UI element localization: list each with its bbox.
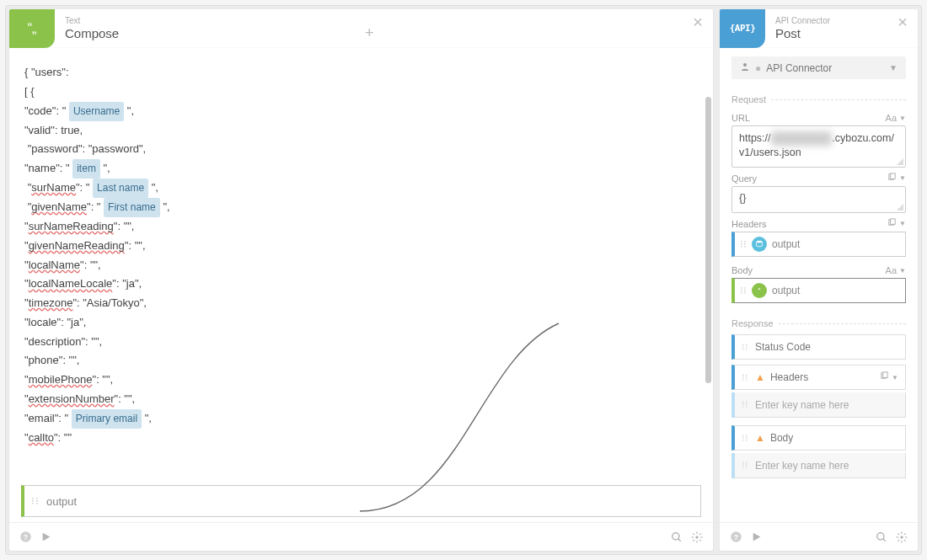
help-icon[interactable]: ? bbox=[730, 531, 742, 543]
svg-rect-20 bbox=[883, 372, 888, 377]
compose-line: "locale": "ja", bbox=[24, 313, 698, 333]
copy-icon[interactable] bbox=[887, 218, 897, 229]
scrollbar[interactable] bbox=[705, 97, 711, 383]
response-headers-nested: ⁝⁝ Enter key name here bbox=[731, 392, 906, 418]
user-icon bbox=[740, 61, 750, 74]
svg-line-33 bbox=[904, 533, 906, 535]
compose-output[interactable]: ⁝⁝ output bbox=[21, 485, 701, 517]
compose-line: "extensionNumber": "", bbox=[24, 390, 698, 409]
compose-line: "surNameReading": "", bbox=[24, 217, 698, 237]
output-label: output bbox=[46, 495, 77, 508]
compose-line: "timezone": "Asia/Tokyo", bbox=[24, 294, 698, 313]
gear-icon[interactable] bbox=[691, 531, 703, 543]
headers-linked-output[interactable]: ⁝⁝ output bbox=[731, 232, 906, 257]
api-header: {API} API Connector Post × bbox=[720, 9, 918, 48]
svg-line-30 bbox=[898, 533, 899, 535]
chevron-down-icon[interactable]: ▼ bbox=[899, 174, 906, 182]
db-icon bbox=[752, 237, 767, 252]
svg-line-12 bbox=[699, 533, 701, 535]
svg-line-10 bbox=[699, 539, 701, 541]
query-label: Query ▼ bbox=[731, 173, 906, 184]
grip-icon: ⁝⁝ bbox=[742, 399, 748, 410]
compose-line: "valid": true, bbox=[24, 121, 698, 141]
chevron-up-icon: ▲ bbox=[755, 432, 765, 444]
api-icon: {API} bbox=[720, 9, 765, 48]
svg-line-3 bbox=[678, 538, 681, 541]
api-footer: ? bbox=[720, 522, 918, 551]
svg-point-4 bbox=[695, 536, 699, 539]
compose-line: "localName": "", bbox=[24, 256, 698, 275]
variable-token[interactable]: Primary email bbox=[72, 409, 142, 429]
svg-text:?: ? bbox=[734, 533, 738, 541]
svg-line-9 bbox=[693, 533, 694, 535]
compose-line: "description": "", bbox=[24, 333, 698, 352]
help-icon[interactable]: ? bbox=[19, 531, 32, 543]
response-header-key-input[interactable]: ⁝⁝ Enter key name here bbox=[735, 392, 906, 418]
compose-card: “„ Text Compose × { "users":[ {"code": "… bbox=[9, 9, 713, 551]
response-body-nested: ⁝⁝ Enter key name here bbox=[731, 453, 906, 478]
compose-line: "mobilePhone": "", bbox=[24, 371, 698, 390]
compose-line: "surName": " Last name ", bbox=[24, 179, 698, 198]
grip-icon: ⁝⁝ bbox=[742, 372, 748, 383]
svg-point-18 bbox=[757, 241, 763, 243]
chevron-down-icon[interactable]: ▼ bbox=[899, 267, 906, 275]
variable-token[interactable]: Last name bbox=[93, 179, 148, 198]
close-icon[interactable]: × bbox=[688, 13, 708, 32]
response-headers-toggle[interactable]: ⁝⁝ ▲ Headers ▼ bbox=[731, 365, 906, 390]
text-icon: “„ bbox=[9, 9, 55, 48]
response-body-key-input[interactable]: ⁝⁝ Enter key name here bbox=[735, 453, 906, 478]
search-icon[interactable] bbox=[876, 531, 887, 543]
svg-text:?: ? bbox=[24, 533, 28, 541]
chevron-up-icon: ▲ bbox=[755, 371, 765, 383]
svg-point-23 bbox=[877, 532, 884, 539]
svg-rect-15 bbox=[891, 173, 896, 179]
headers-label: Headers ▼ bbox=[731, 218, 906, 229]
grip-icon: ⁝⁝ bbox=[742, 342, 748, 353]
compose-line: "code": " Username ", bbox=[24, 102, 698, 121]
svg-line-31 bbox=[904, 539, 906, 541]
add-card-button[interactable]: + bbox=[365, 24, 374, 42]
response-body-toggle[interactable]: ⁝⁝ ▲ Body bbox=[731, 425, 906, 451]
play-icon[interactable] bbox=[751, 531, 762, 542]
svg-line-24 bbox=[883, 538, 886, 541]
connector-label: API Connector bbox=[766, 62, 832, 74]
url-input[interactable]: https://xxxxxxxxxxx.cybozu.com/v1/users.… bbox=[731, 125, 906, 168]
compose-line: "phone": "", bbox=[24, 351, 698, 371]
copy-icon[interactable] bbox=[887, 173, 897, 184]
status-code-output[interactable]: ⁝⁝ Status Code bbox=[731, 334, 906, 360]
response-section: Response bbox=[731, 318, 906, 328]
search-icon[interactable] bbox=[671, 531, 683, 543]
text-mini-icon: “ bbox=[752, 283, 767, 298]
chevron-down-icon[interactable]: ▼ bbox=[899, 220, 906, 227]
compose-header: “„ Text Compose × bbox=[9, 9, 713, 48]
variable-token[interactable]: First name bbox=[104, 198, 160, 217]
api-body: ● API Connector ▼ Request URL Aa▼ https:… bbox=[720, 48, 918, 522]
grip-icon: ⁝⁝ bbox=[742, 460, 748, 471]
compose-line: { "users": bbox=[24, 63, 698, 83]
grip-icon: ⁝⁝ bbox=[742, 433, 748, 444]
compose-line: "localNameLocale": "ja", bbox=[24, 275, 698, 294]
close-icon[interactable]: × bbox=[892, 13, 913, 32]
body-linked-output[interactable]: ⁝⁝ “ output bbox=[731, 278, 906, 303]
variable-token[interactable]: Username bbox=[69, 102, 124, 121]
compose-line: "givenNameReading": "", bbox=[24, 237, 698, 256]
compose-title: Compose bbox=[65, 26, 706, 40]
variable-token[interactable]: item bbox=[72, 159, 100, 179]
compose-line: [ { bbox=[24, 83, 698, 102]
gear-icon[interactable] bbox=[896, 531, 908, 543]
copy-icon[interactable] bbox=[880, 371, 889, 383]
request-section: Request bbox=[731, 94, 906, 104]
svg-line-32 bbox=[898, 539, 899, 541]
query-input[interactable]: {} bbox=[731, 186, 906, 213]
chevron-down-icon[interactable]: ▼ bbox=[892, 374, 898, 381]
body-label: Body Aa▼ bbox=[731, 265, 906, 275]
grip-icon: ⁝⁝ bbox=[31, 495, 40, 507]
grip-icon: ⁝⁝ bbox=[740, 238, 747, 250]
svg-point-13 bbox=[743, 63, 747, 67]
chevron-down-icon[interactable]: ▼ bbox=[899, 115, 906, 122]
compose-body[interactable]: { "users":[ {"code": " Username ","valid… bbox=[9, 48, 713, 522]
compose-line: "email": " Primary email ", bbox=[24, 409, 698, 429]
play-icon[interactable] bbox=[40, 531, 51, 542]
compose-footer: ? bbox=[9, 522, 713, 551]
connector-dropdown[interactable]: ● API Connector ▼ bbox=[731, 56, 906, 79]
